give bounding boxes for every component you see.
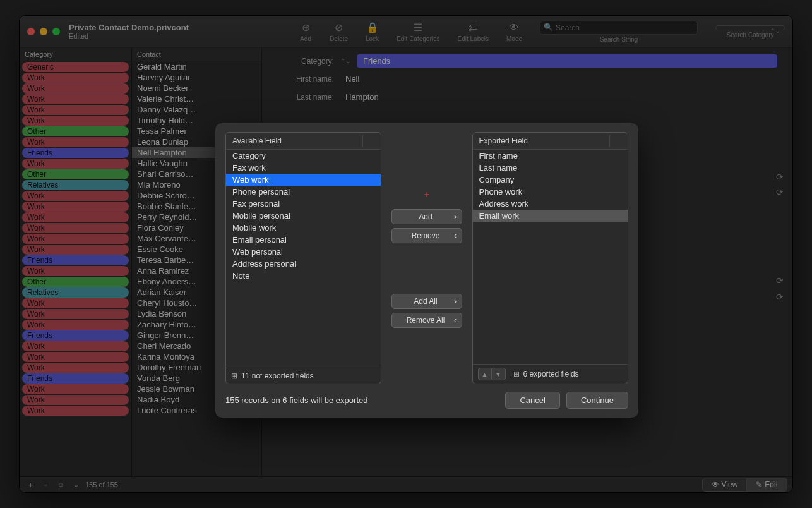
add-field-button[interactable]: Add› bbox=[391, 209, 462, 224]
available-fields-header[interactable]: Available Field bbox=[226, 133, 381, 150]
reorder-buttons: ▲ ▼ bbox=[478, 368, 506, 380]
plus-indicator-icon: ＋ bbox=[422, 189, 431, 200]
exported-field-item[interactable]: Last name bbox=[473, 162, 628, 174]
available-field-item[interactable]: Category bbox=[226, 150, 381, 162]
exported-field-item[interactable]: Company bbox=[473, 174, 628, 186]
available-field-item[interactable]: Email personal bbox=[226, 234, 381, 246]
chevron-left-icon: ‹ bbox=[454, 316, 457, 325]
exported-fields-list: Exported Field First nameLast nameCompan… bbox=[472, 132, 628, 384]
exported-field-item[interactable]: First name bbox=[473, 150, 628, 162]
available-field-item[interactable]: Fax personal bbox=[226, 198, 381, 210]
available-field-item[interactable]: Address personal bbox=[226, 258, 381, 270]
move-down-button[interactable]: ▼ bbox=[492, 368, 506, 380]
available-field-item[interactable]: Phone personal bbox=[226, 186, 381, 198]
field-move-buttons: ＋ Add› Remove‹ Add All› Remove All‹ bbox=[390, 132, 463, 384]
grid-icon: ⊞ bbox=[231, 372, 237, 380]
available-fields-footer: ⊞ 11 not exported fields bbox=[226, 368, 381, 384]
exported-field-item[interactable]: Email work bbox=[473, 210, 628, 222]
available-field-item[interactable]: Web personal bbox=[226, 246, 381, 258]
exported-field-item[interactable]: Phone work bbox=[473, 186, 628, 198]
available-field-item[interactable]: Fax work bbox=[226, 162, 381, 174]
available-field-item[interactable]: Web work bbox=[226, 174, 381, 186]
cancel-button[interactable]: Cancel bbox=[505, 392, 559, 409]
available-field-item[interactable]: Mobile personal bbox=[226, 210, 381, 222]
export-status-text: 155 records on 6 fields will be exported bbox=[225, 396, 367, 405]
app-window: Private Contact Demo.privcont Edited ⊕ A… bbox=[19, 15, 793, 493]
add-all-fields-button[interactable]: Add All› bbox=[391, 294, 462, 309]
remove-all-fields-button[interactable]: Remove All‹ bbox=[391, 313, 462, 328]
grid-icon: ⊞ bbox=[513, 370, 520, 378]
chevron-left-icon: ‹ bbox=[454, 231, 457, 240]
remove-field-button[interactable]: Remove‹ bbox=[391, 228, 462, 243]
chevron-right-icon: › bbox=[454, 212, 457, 221]
continue-button[interactable]: Continue bbox=[566, 392, 628, 409]
move-up-button[interactable]: ▲ bbox=[478, 368, 492, 380]
available-fields-list: Available Field CategoryFax workWeb work… bbox=[225, 132, 381, 384]
exported-field-item[interactable]: Address work bbox=[473, 198, 628, 210]
exported-fields-footer: ▲ ▼ ⊞ 6 exported fields bbox=[473, 364, 628, 384]
export-fields-modal: Available Field CategoryFax workWeb work… bbox=[215, 123, 638, 418]
available-field-item[interactable]: Note bbox=[226, 270, 381, 282]
chevron-right-icon: › bbox=[454, 297, 457, 306]
exported-fields-header[interactable]: Exported Field bbox=[473, 133, 628, 150]
available-field-item[interactable]: Mobile work bbox=[226, 222, 381, 234]
